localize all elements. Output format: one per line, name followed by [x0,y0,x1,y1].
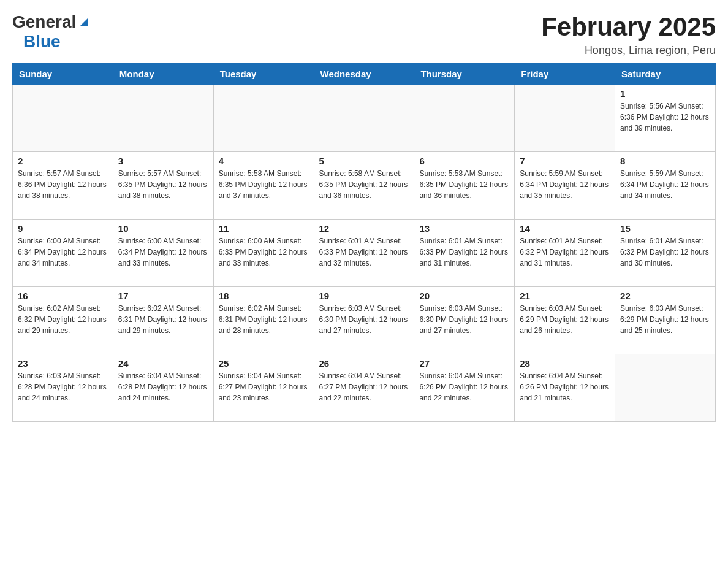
calendar-week-row: 9Sunrise: 6:00 AM Sunset: 6:34 PM Daylig… [13,220,716,287]
day-info: Sunrise: 6:03 AM Sunset: 6:30 PM Dayligh… [319,303,409,336]
day-number: 13 [419,223,509,234]
calendar-day-cell: 22Sunrise: 6:03 AM Sunset: 6:29 PM Dayli… [615,287,716,354]
day-info: Sunrise: 6:03 AM Sunset: 6:28 PM Dayligh… [18,370,108,404]
day-number: 3 [118,156,208,166]
day-info: Sunrise: 6:00 AM Sunset: 6:33 PM Dayligh… [219,236,309,269]
weekday-header-sunday: Sunday [13,64,113,85]
day-info: Sunrise: 6:00 AM Sunset: 6:34 PM Dayligh… [118,236,208,269]
day-number: 6 [419,156,509,166]
weekday-header-tuesday: Tuesday [213,64,314,85]
day-info: Sunrise: 5:57 AM Sunset: 6:36 PM Dayligh… [18,168,108,201]
day-number: 22 [620,291,710,301]
day-info: Sunrise: 5:59 AM Sunset: 6:34 PM Dayligh… [620,168,710,201]
calendar-day-cell: 23Sunrise: 6:03 AM Sunset: 6:28 PM Dayli… [13,354,113,422]
day-info: Sunrise: 6:04 AM Sunset: 6:26 PM Dayligh… [419,370,509,404]
day-number: 17 [118,291,208,301]
day-number: 19 [319,291,409,301]
day-info: Sunrise: 6:02 AM Sunset: 6:31 PM Dayligh… [219,303,309,336]
day-number: 23 [18,358,108,369]
day-info: Sunrise: 5:58 AM Sunset: 6:35 PM Dayligh… [219,168,309,201]
calendar-day-cell: 24Sunrise: 6:04 AM Sunset: 6:28 PM Dayli… [113,354,213,422]
day-info: Sunrise: 5:58 AM Sunset: 6:35 PM Dayligh… [319,168,409,201]
calendar-day-cell [515,85,615,152]
day-number: 11 [219,223,309,234]
day-number: 12 [319,223,409,234]
weekday-header-saturday: Saturday [615,64,716,85]
weekday-header-friday: Friday [515,64,615,85]
weekday-header-monday: Monday [113,64,213,85]
calendar-week-row: 2Sunrise: 5:57 AM Sunset: 6:36 PM Daylig… [13,152,716,220]
location-subtitle: Hongos, Lima region, Peru [541,44,716,57]
day-info: Sunrise: 5:59 AM Sunset: 6:34 PM Dayligh… [520,168,610,201]
calendar-day-cell: 28Sunrise: 6:04 AM Sunset: 6:26 PM Dayli… [515,354,615,422]
calendar-day-cell: 27Sunrise: 6:04 AM Sunset: 6:26 PM Dayli… [414,354,515,422]
day-info: Sunrise: 5:58 AM Sunset: 6:35 PM Dayligh… [419,168,509,201]
day-number: 7 [520,156,610,166]
svg-marker-0 [80,18,88,26]
calendar-day-cell: 1Sunrise: 5:56 AM Sunset: 6:36 PM Daylig… [615,85,716,152]
calendar-day-cell: 11Sunrise: 6:00 AM Sunset: 6:33 PM Dayli… [213,220,314,287]
weekday-header-thursday: Thursday [414,64,515,85]
page-header: General Blue February 2025 Hongos, Lima … [12,12,716,57]
day-number: 2 [18,156,108,166]
logo: General Blue [12,12,91,52]
day-info: Sunrise: 6:04 AM Sunset: 6:26 PM Dayligh… [520,370,610,404]
day-number: 5 [319,156,409,166]
day-info: Sunrise: 5:56 AM Sunset: 6:36 PM Dayligh… [620,101,710,134]
calendar-day-cell: 19Sunrise: 6:03 AM Sunset: 6:30 PM Dayli… [314,287,414,354]
calendar-header-row: SundayMondayTuesdayWednesdayThursdayFrid… [13,64,716,85]
day-info: Sunrise: 6:01 AM Sunset: 6:32 PM Dayligh… [520,236,610,269]
calendar-day-cell: 16Sunrise: 6:02 AM Sunset: 6:32 PM Dayli… [13,287,113,354]
day-info: Sunrise: 6:03 AM Sunset: 6:29 PM Dayligh… [520,303,610,336]
calendar-day-cell: 14Sunrise: 6:01 AM Sunset: 6:32 PM Dayli… [515,220,615,287]
day-number: 26 [319,358,409,369]
calendar-day-cell [414,85,515,152]
day-info: Sunrise: 6:03 AM Sunset: 6:30 PM Dayligh… [419,303,509,336]
day-number: 24 [118,358,208,369]
calendar-day-cell: 18Sunrise: 6:02 AM Sunset: 6:31 PM Dayli… [213,287,314,354]
day-info: Sunrise: 6:04 AM Sunset: 6:27 PM Dayligh… [219,370,309,404]
day-number: 21 [520,291,610,301]
day-info: Sunrise: 6:02 AM Sunset: 6:31 PM Dayligh… [118,303,208,336]
day-info: Sunrise: 6:04 AM Sunset: 6:27 PM Dayligh… [319,370,409,404]
calendar-day-cell: 21Sunrise: 6:03 AM Sunset: 6:29 PM Dayli… [515,287,615,354]
day-number: 18 [219,291,309,301]
calendar-day-cell: 15Sunrise: 6:01 AM Sunset: 6:32 PM Dayli… [615,220,716,287]
day-info: Sunrise: 6:02 AM Sunset: 6:32 PM Dayligh… [18,303,108,336]
day-info: Sunrise: 6:01 AM Sunset: 6:33 PM Dayligh… [319,236,409,269]
day-number: 28 [520,358,610,369]
logo-blue-text: Blue [23,32,61,51]
day-number: 15 [620,223,710,234]
calendar-day-cell: 13Sunrise: 6:01 AM Sunset: 6:33 PM Dayli… [414,220,515,287]
calendar-day-cell: 12Sunrise: 6:01 AM Sunset: 6:33 PM Dayli… [314,220,414,287]
calendar-day-cell: 25Sunrise: 6:04 AM Sunset: 6:27 PM Dayli… [213,354,314,422]
day-number: 9 [18,223,108,234]
calendar-week-row: 1Sunrise: 5:56 AM Sunset: 6:36 PM Daylig… [13,85,716,152]
day-number: 25 [219,358,309,369]
day-info: Sunrise: 6:04 AM Sunset: 6:28 PM Dayligh… [118,370,208,404]
calendar-day-cell: 7Sunrise: 5:59 AM Sunset: 6:34 PM Daylig… [515,152,615,220]
calendar-day-cell: 17Sunrise: 6:02 AM Sunset: 6:31 PM Dayli… [113,287,213,354]
calendar-day-cell: 2Sunrise: 5:57 AM Sunset: 6:36 PM Daylig… [13,152,113,220]
calendar-day-cell: 5Sunrise: 5:58 AM Sunset: 6:35 PM Daylig… [314,152,414,220]
logo-general-text: General [12,12,76,32]
calendar-week-row: 23Sunrise: 6:03 AM Sunset: 6:28 PM Dayli… [13,354,716,422]
calendar-day-cell: 9Sunrise: 6:00 AM Sunset: 6:34 PM Daylig… [13,220,113,287]
calendar-day-cell: 20Sunrise: 6:03 AM Sunset: 6:30 PM Dayli… [414,287,515,354]
day-number: 14 [520,223,610,234]
calendar-week-row: 16Sunrise: 6:02 AM Sunset: 6:32 PM Dayli… [13,287,716,354]
month-title: February 2025 [541,12,716,42]
calendar-day-cell [615,354,716,422]
day-number: 20 [419,291,509,301]
calendar-day-cell [13,85,113,152]
calendar-day-cell [113,85,213,152]
day-info: Sunrise: 6:03 AM Sunset: 6:29 PM Dayligh… [620,303,710,336]
calendar-table: SundayMondayTuesdayWednesdayThursdayFrid… [12,63,716,422]
day-number: 16 [18,291,108,301]
calendar-day-cell: 10Sunrise: 6:00 AM Sunset: 6:34 PM Dayli… [113,220,213,287]
day-info: Sunrise: 5:57 AM Sunset: 6:35 PM Dayligh… [118,168,208,201]
calendar-day-cell [314,85,414,152]
day-info: Sunrise: 6:01 AM Sunset: 6:32 PM Dayligh… [620,236,710,269]
calendar-day-cell: 4Sunrise: 5:58 AM Sunset: 6:35 PM Daylig… [213,152,314,220]
title-area: February 2025 Hongos, Lima region, Peru [541,12,716,57]
